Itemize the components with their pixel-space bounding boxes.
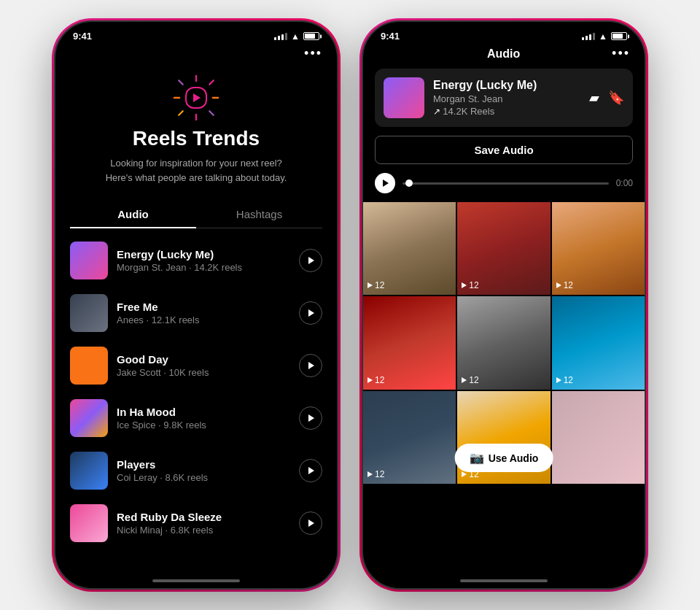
status-bar-1: 9:41 ▲	[55, 22, 337, 46]
tab-hashtags[interactable]: Hashtags	[196, 208, 322, 228]
play-button-1[interactable]	[299, 249, 322, 272]
tab-audio[interactable]: Audio	[70, 208, 196, 228]
reels-logo-area: Reels Trends Looking for inspiration for…	[55, 67, 337, 196]
video-play-icon-1	[368, 282, 373, 288]
phone-audio-detail: 9:41 ▲ Audio •••	[362, 20, 646, 590]
video-cell-4[interactable]: 12	[363, 296, 456, 389]
video-overlay-3: 12	[556, 280, 573, 290]
audio-detail-title: Energy (Lucky Me)	[433, 79, 580, 92]
audio-progress-bar[interactable]	[402, 182, 609, 185]
signal-icon	[274, 33, 287, 40]
progress-indicator	[405, 179, 413, 187]
play-button-3[interactable]	[299, 354, 322, 377]
battery-icon-2	[611, 32, 627, 40]
video-cell-9[interactable]	[552, 391, 645, 484]
audio-player: 0:00	[363, 173, 645, 202]
wifi-icon: ▲	[291, 31, 300, 42]
audio-item-5[interactable]: Players Coi Leray · 8.6K reels	[55, 444, 337, 497]
wifi-icon-2: ▲	[599, 31, 607, 42]
audio-thumb-4	[70, 399, 108, 437]
audio-detail-thumbnail	[384, 77, 424, 118]
video-play-icon-3	[556, 282, 561, 288]
video-overlay-4: 12	[368, 375, 384, 385]
status-icons-1: ▲	[274, 31, 319, 42]
audio-info-2: Free Me Anees · 12.1K reels	[117, 301, 290, 325]
audio-thumb-5	[70, 452, 108, 490]
phone1-header: •••	[55, 46, 337, 67]
audio-list: Energy (Lucky Me) Morgan St. Jean · 14.2…	[55, 228, 337, 555]
video-bg-9	[552, 391, 645, 484]
bookmark-icon[interactable]: 🔖	[608, 90, 624, 106]
audio-item-1[interactable]: Energy (Lucky Me) Morgan St. Jean · 14.2…	[55, 234, 337, 287]
video-overlay-1: 12	[368, 280, 384, 290]
video-count-2: 12	[469, 280, 478, 290]
video-count-4: 12	[375, 375, 384, 385]
play-button-2[interactable]	[299, 301, 322, 325]
audio-thumb-6	[70, 504, 108, 542]
video-grid-wrapper: 12 12 12	[363, 202, 645, 484]
svg-line-4	[179, 80, 182, 84]
audio-thumb-1	[70, 242, 108, 279]
video-play-icon-7	[368, 471, 373, 477]
play-triangle-icon	[383, 179, 389, 187]
home-indicator-2	[460, 579, 548, 582]
video-count-6: 12	[564, 375, 573, 385]
svg-line-5	[209, 111, 213, 115]
video-cell-5[interactable]: 12	[457, 296, 550, 389]
video-cell-3[interactable]: 12	[552, 202, 645, 295]
phone-reels-trends: 9:41 ▲ •••	[54, 20, 338, 590]
play-button-5[interactable]	[299, 459, 322, 482]
audio-thumb-3	[70, 347, 108, 385]
video-overlay-2: 12	[462, 280, 478, 290]
audio-detail-actions: ▰ 🔖	[589, 90, 624, 106]
audio-detail-reels: ↗ 14.2K Reels	[433, 106, 580, 117]
use-audio-button[interactable]: 📷 Use Audio	[455, 444, 553, 472]
reels-title: Reels Trends	[133, 127, 260, 150]
trending-arrow-icon: ↗	[433, 107, 443, 117]
audio-detail-artist: Morgan St. Jean	[433, 93, 580, 104]
video-play-icon-4	[368, 377, 373, 383]
audio-info-6: Red Ruby Da Sleeze Nicki Minaj · 6.8K re…	[117, 511, 290, 536]
video-cell-1[interactable]: 12	[363, 202, 456, 295]
audio-item-6[interactable]: Red Ruby Da Sleeze Nicki Minaj · 6.8K re…	[55, 497, 337, 549]
svg-line-6	[209, 80, 213, 84]
video-cell-6[interactable]: 12	[552, 296, 645, 389]
audio-play-button[interactable]	[375, 173, 395, 193]
video-cell-7[interactable]: 12	[363, 391, 456, 484]
save-audio-button[interactable]: Save Audio	[375, 136, 633, 164]
audio-info-3: Good Day Jake Scott · 10K reels	[117, 353, 290, 378]
audio-detail-card: Energy (Lucky Me) Morgan St. Jean ↗ 14.2…	[375, 69, 633, 127]
svg-line-7	[179, 111, 182, 115]
status-bar-2: 9:41 ▲	[363, 22, 645, 46]
video-count-1: 12	[375, 280, 384, 290]
audio-item-2[interactable]: Free Me Anees · 12.1K reels	[55, 287, 337, 339]
video-count-3: 12	[564, 280, 573, 290]
audio-info-5: Players Coi Leray · 8.6K reels	[117, 458, 290, 483]
audio-page-title: Audio	[487, 47, 520, 61]
video-play-icon-2	[462, 282, 467, 288]
reels-play-container	[185, 87, 207, 109]
camera-icon: 📷	[470, 451, 484, 465]
audio-item-3[interactable]: Good Day Jake Scott · 10K reels	[55, 339, 337, 392]
video-overlay-5: 12	[462, 375, 478, 385]
more-menu-icon-2[interactable]: •••	[612, 46, 630, 61]
video-play-icon-5	[462, 377, 467, 383]
audio-info-1: Energy (Lucky Me) Morgan St. Jean · 14.2…	[117, 248, 290, 273]
audio-info-4: In Ha Mood Ice Spice · 9.8K reels	[117, 406, 290, 431]
battery-icon	[303, 32, 319, 40]
video-cell-2[interactable]: 12	[457, 202, 550, 295]
reels-subtitle: Looking for inspiration for your next re…	[77, 156, 316, 185]
reels-tabs: Audio Hashtags	[70, 208, 322, 228]
video-count-5: 12	[469, 375, 478, 385]
status-icons-2: ▲	[582, 31, 627, 42]
signal-icon-2	[582, 33, 595, 40]
audio-item-4[interactable]: In Ha Mood Ice Spice · 9.8K reels	[55, 392, 337, 444]
home-indicator-1	[152, 579, 240, 582]
video-count-7: 12	[375, 469, 384, 479]
play-button-6[interactable]	[299, 511, 322, 535]
audio-detail-info: Energy (Lucky Me) Morgan St. Jean ↗ 14.2…	[433, 79, 580, 117]
send-icon[interactable]: ▰	[589, 90, 599, 106]
more-menu-icon[interactable]: •••	[304, 46, 322, 61]
play-button-4[interactable]	[299, 406, 322, 430]
audio-detail-header: Audio •••	[363, 46, 645, 69]
